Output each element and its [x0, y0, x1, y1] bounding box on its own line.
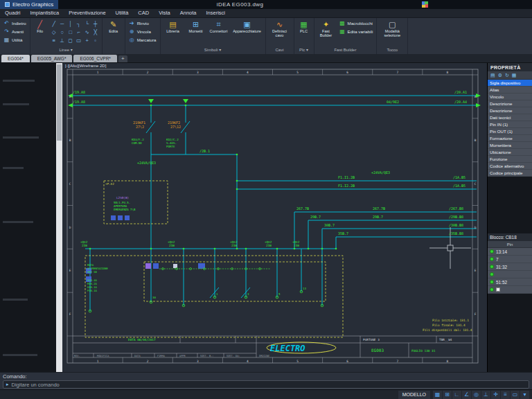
refresh-icon[interactable]: ↻ — [505, 73, 509, 78]
lineweight-icon[interactable]: ≡ — [501, 391, 510, 399]
line-style-icon[interactable]: ┼ — [91, 20, 100, 28]
dynamic-input-icon[interactable]: ✛ — [491, 391, 500, 399]
property-item-codice-alternativo[interactable]: Codice alternativo — [488, 163, 532, 170]
line-style-icon[interactable]: □ — [66, 28, 75, 37]
line-style-icon[interactable]: ⊥ — [58, 37, 66, 45]
libreria-button[interactable]: ▤Libreria — [163, 19, 184, 45]
definisci-cavo-button[interactable]: ∿Definisci cavo — [268, 19, 292, 45]
nav-utilità-button[interactable]: ▦Utilità — [2, 35, 28, 44]
viewport-controls[interactable]: [-][Alto][Wireframe 2D] — [65, 64, 106, 68]
menu-item-cad[interactable]: CAD — [133, 9, 154, 17]
property-item-dati-tecnici[interactable]: Dati tecnici — [488, 114, 532, 121]
tree-scrollbar[interactable] — [56, 63, 62, 372]
line-style-icon[interactable]: ╱ — [50, 20, 58, 28]
line-style-icon[interactable]: ▫ — [91, 37, 100, 45]
pin-row[interactable] — [488, 271, 532, 278]
line-style-icon[interactable]: ◻ — [66, 37, 75, 45]
property-item-pin-in-1-[interactable]: Pin IN (1) — [488, 121, 532, 128]
property-item-vincolo[interactable]: Vincolo — [488, 94, 532, 100]
line-style-icon[interactable]: ┐ — [75, 20, 83, 28]
line-style-icon[interactable]: ⌐ — [75, 28, 83, 37]
line-style-icon[interactable]: ◇ — [50, 28, 58, 37]
dwg-launcher-icon[interactable] — [422, 1, 428, 8]
osnap-icon[interactable]: ◎ — [472, 391, 481, 399]
settings-icon[interactable]: ▾ — [520, 391, 529, 399]
grid-icon[interactable]: ▦ — [512, 73, 517, 78]
line-style-icon[interactable]: ∿ — [83, 28, 91, 37]
menu-item-preventivazione[interactable]: Preventivazione — [64, 9, 110, 17]
new-tab-button[interactable]: + — [118, 55, 127, 62]
command-input[interactable]: ▸ Digitare un comando — [3, 380, 529, 389]
polar-tracking-icon[interactable]: ∠ — [462, 391, 471, 399]
menu-item-vista[interactable]: Vista — [154, 9, 175, 17]
list-icon[interactable]: ▤ — [490, 73, 495, 78]
property-item-ubicazione[interactable]: Ubicazione — [488, 149, 532, 156]
property-item-alias[interactable]: Alias — [488, 87, 532, 94]
menu-item-inserisci[interactable]: Inserisci — [202, 9, 231, 17]
object-tracking-icon[interactable]: ⊥ — [481, 391, 490, 399]
property-item-formazione[interactable]: Formazione — [488, 135, 532, 142]
svg-text:E: E — [69, 269, 71, 272]
project-tree-panel[interactable] — [0, 63, 62, 372]
fast-builder-button[interactable]: ✦Fast Builder — [317, 19, 336, 45]
pin-status-icon — [490, 265, 494, 269]
ribbon-group-label[interactable]: Simboli ▾ — [163, 47, 263, 54]
pin-row[interactable] — [488, 286, 532, 294]
line-style-icon[interactable]: ○ — [58, 28, 66, 37]
ribbon-group-label[interactable]: Linee ▾ — [33, 47, 100, 54]
line-style-icon[interactable]: │ — [66, 20, 75, 28]
settings-icon[interactable]: ⚙ — [498, 73, 502, 78]
pin-row[interactable]: 31:32 — [488, 263, 532, 271]
ortho-icon[interactable]: ∟ — [452, 391, 461, 399]
filo-button[interactable]: ╱Filo — [33, 19, 48, 45]
app-chip[interactable]: Electro Graphics — [0, 0, 58, 9]
apparecchiature-button[interactable]: ▣Apparecchiature — [231, 19, 263, 45]
svg-text:D: D — [475, 226, 477, 229]
model-space-button[interactable]: MODELLO — [398, 391, 430, 399]
layout-tab-EG006_CVPR[interactable]: EG006_CVPR* — [73, 55, 116, 62]
property-item-funzione[interactable]: Funzione — [488, 156, 532, 163]
connettori-button[interactable]: ⌗Connettori — [209, 19, 229, 45]
plc-button[interactable]: ▦PLC — [296, 19, 312, 45]
pin-row[interactable]: 13:14 — [488, 248, 532, 256]
fb-item-button[interactable]: ▩Macroblocchi — [338, 19, 375, 27]
line-style-icon[interactable]: + — [83, 37, 91, 45]
menu-item-annota[interactable]: Annota — [175, 9, 202, 17]
pin-row[interactable]: 51:52 — [488, 278, 532, 286]
line-style-icon[interactable]: ▭ — [75, 37, 83, 45]
menu-item-impiantistica[interactable]: Impiantistica — [26, 9, 64, 17]
line-style-icon[interactable]: └ — [83, 20, 91, 28]
selection-cycling-icon[interactable]: ▭ — [511, 391, 520, 399]
rinvio-button[interactable]: ➔Rinvio — [127, 19, 158, 27]
ribbon-group-label: Fast Builder — [317, 47, 375, 54]
ribbon-group-label[interactable]: Plc ▾ — [296, 47, 312, 54]
menu-item-utilit-[interactable]: Utilità — [111, 9, 134, 17]
property-item-sigla-dispositivo[interactable]: Sigla dispositivo — [488, 80, 532, 87]
edita-button[interactable]: ✎Edita — [105, 19, 123, 45]
pin-checkbox-icon[interactable] — [496, 287, 500, 292]
property-item-descrizione[interactable]: Descrizione — [488, 107, 532, 114]
layout-tab-EG005_AWG[interactable]: EG005_AWG* — [31, 55, 73, 62]
nav-indietro-button[interactable]: ↶Indietro — [2, 19, 28, 27]
property-item-codice-principale[interactable]: Codice principale — [488, 170, 532, 177]
layout-tab-EG004[interactable]: EG004* — [1, 55, 30, 62]
property-item-descrizione[interactable]: Descrizione — [488, 100, 532, 107]
grid-icon[interactable]: ▦ — [433, 391, 442, 399]
line-style-icon[interactable]: ╳ — [91, 28, 100, 37]
fb-item-button[interactable]: ▦Edita variabili — [338, 27, 375, 35]
nav-avanti-button[interactable]: ↷Avanti — [2, 27, 28, 35]
line-style-icon[interactable]: ─ — [58, 20, 66, 28]
line-style-icon[interactable]: ≡ — [50, 37, 58, 45]
pin-row[interactable]: 7 — [488, 256, 532, 263]
modalita-selezione-button[interactable]: ▢Modalità selezione — [379, 19, 405, 45]
snap-icon[interactable]: ⊞ — [443, 391, 452, 399]
drawing-canvas[interactable]: [-][Alto][Wireframe 2D] — [62, 63, 487, 372]
menu-item-quadri[interactable]: Quadri — [0, 9, 26, 17]
vincola-button[interactable]: ⊕Vincola — [127, 27, 158, 35]
property-item-pin-out-1-[interactable]: Pin OUT (1) — [488, 128, 532, 135]
tree-scrollbar-thumb[interactable] — [57, 64, 62, 141]
marcatura-button[interactable]: ◎Marcatura — [127, 35, 158, 44]
property-item-morsettiera[interactable]: Morsettiera — [488, 142, 532, 149]
morsetti-button[interactable]: ⊞Morsetti — [186, 19, 206, 45]
command-window[interactable]: Comando: ▸ Digitare un comando — [0, 372, 532, 389]
